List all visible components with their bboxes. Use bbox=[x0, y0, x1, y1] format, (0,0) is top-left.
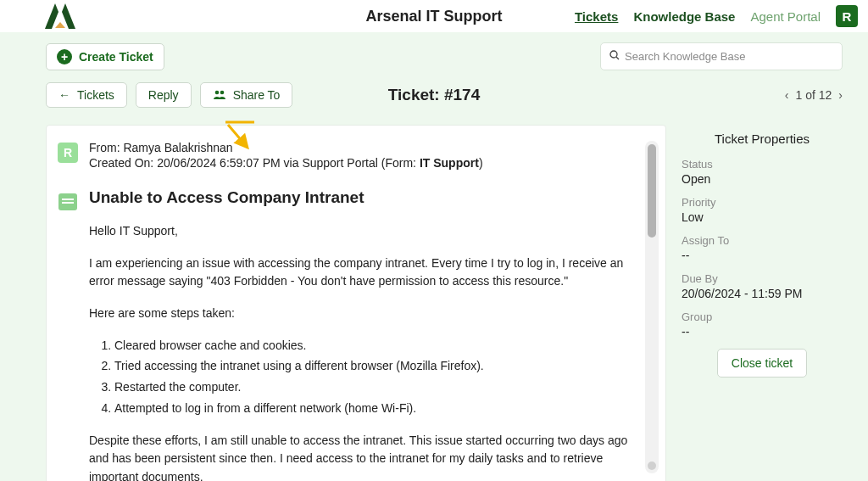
plus-icon: + bbox=[57, 49, 72, 64]
back-tickets-label: Tickets bbox=[77, 88, 114, 102]
pager-next-icon[interactable]: › bbox=[838, 88, 843, 102]
nav-knowledge-base[interactable]: Knowledge Base bbox=[633, 9, 735, 24]
ticket-title: Ticket: #174 bbox=[388, 86, 480, 104]
content-area: R From: Ramya Balakrishnan Created On: 2… bbox=[0, 116, 868, 481]
ticket-bar: ← Tickets Reply Share To Ticket: #174 ‹ … bbox=[0, 76, 868, 116]
due-value[interactable]: 20/06/2024 - 11:59 PM bbox=[682, 287, 843, 300]
form-close: ) bbox=[479, 156, 483, 170]
nav-tickets[interactable]: Tickets bbox=[575, 9, 618, 24]
created-value: 20/06/2024 6:59:07 PM via Support Portal… bbox=[157, 156, 420, 170]
search-icon bbox=[609, 50, 620, 63]
create-ticket-label: Create Ticket bbox=[79, 50, 153, 64]
from-label: From: bbox=[89, 141, 123, 154]
prop-status: Status Open bbox=[682, 158, 843, 186]
scrollbar[interactable] bbox=[645, 141, 659, 473]
people-icon bbox=[213, 88, 226, 102]
nav-agent-portal[interactable]: Agent Portal bbox=[750, 9, 821, 24]
prop-priority: Priority Low bbox=[682, 196, 843, 224]
search-input[interactable] bbox=[620, 47, 833, 66]
svg-point-5 bbox=[214, 91, 219, 95]
content-wrap: + Create Ticket ← Tickets Reply Share bbox=[0, 32, 868, 481]
toolbar-row: + Create Ticket bbox=[0, 37, 868, 76]
scrollbar-down-icon[interactable] bbox=[648, 461, 656, 470]
msg-p1: Hello IT Support, bbox=[89, 222, 637, 241]
priority-label: Priority bbox=[682, 196, 843, 209]
search-knowledge-base[interactable] bbox=[600, 42, 843, 70]
ticket-message: Hello IT Support, I am experiencing an i… bbox=[89, 222, 637, 481]
ticket-body: From: Ramya Balakrishnan Created On: 20/… bbox=[89, 141, 640, 473]
avatar[interactable]: R bbox=[836, 5, 858, 27]
share-to-button[interactable]: Share To bbox=[200, 82, 293, 108]
nav-right: Tickets Knowledge Base Agent Portal R bbox=[575, 5, 858, 27]
pager-prev-icon[interactable]: ‹ bbox=[785, 88, 789, 102]
ticket-subject: Unable to Access Company Intranet bbox=[89, 188, 637, 207]
msg-p4: Despite these efforts, I am still unable… bbox=[89, 432, 637, 482]
form-name: IT Support bbox=[420, 156, 479, 170]
share-to-label: Share To bbox=[233, 88, 281, 102]
close-ticket-wrap: Close ticket bbox=[682, 349, 843, 378]
ticket-icon bbox=[58, 193, 77, 210]
status-label: Status bbox=[682, 158, 843, 171]
requester-avatar: R bbox=[58, 143, 78, 163]
msg-p2: I am experiencing an issue with accessin… bbox=[89, 254, 637, 291]
svg-point-6 bbox=[220, 91, 224, 95]
ticket-actions: ← Tickets Reply Share To bbox=[46, 82, 292, 108]
msg-p3: Here are some steps taken: bbox=[89, 305, 637, 323]
ticket-panel: R From: Ramya Balakrishnan Created On: 2… bbox=[46, 125, 666, 481]
list-item: Tried accessing the intranet using a dif… bbox=[114, 357, 637, 376]
ticket-body-wrap: From: Ramya Balakrishnan Created On: 20/… bbox=[89, 141, 659, 473]
pager-text: 1 of 12 bbox=[796, 88, 832, 102]
created-line: Created On: 20/06/2024 6:59:07 PM via Su… bbox=[89, 156, 637, 170]
from-line: From: Ramya Balakrishnan bbox=[89, 141, 637, 154]
reply-button[interactable]: Reply bbox=[136, 82, 192, 108]
priority-value[interactable]: Low bbox=[682, 210, 843, 224]
properties-title: Ticket Properties bbox=[682, 125, 843, 158]
from-name: Ramya Balakrishnan bbox=[123, 141, 232, 154]
create-ticket-button[interactable]: + Create Ticket bbox=[46, 43, 164, 70]
nav-left bbox=[42, 1, 78, 31]
assign-value[interactable]: -- bbox=[682, 249, 843, 262]
back-tickets-button[interactable]: ← Tickets bbox=[46, 82, 127, 108]
prop-group: Group -- bbox=[682, 310, 843, 338]
group-value[interactable]: -- bbox=[682, 325, 843, 338]
group-label: Group bbox=[682, 310, 843, 323]
brand-title: Arsenal IT Support bbox=[365, 8, 502, 25]
assign-label: Assign To bbox=[682, 234, 843, 247]
pager: ‹ 1 of 12 › bbox=[785, 88, 843, 102]
msg-steps: Cleared browser cache and cookies. Tried… bbox=[114, 337, 637, 418]
list-item: Restarted the computer. bbox=[114, 378, 637, 397]
list-item: Attempted to log in from a different net… bbox=[114, 400, 637, 418]
brand-logo bbox=[42, 1, 78, 31]
svg-point-3 bbox=[610, 51, 617, 58]
svg-line-4 bbox=[616, 57, 619, 59]
reply-label: Reply bbox=[148, 88, 179, 102]
ticket-properties-panel: Ticket Properties Status Open Priority L… bbox=[682, 125, 843, 378]
ticket-left-icons: R bbox=[57, 141, 79, 473]
close-ticket-button[interactable]: Close ticket bbox=[717, 349, 807, 378]
created-label: Created On: bbox=[89, 156, 157, 170]
prop-assign: Assign To -- bbox=[682, 234, 843, 262]
prop-due: Due By 20/06/2024 - 11:59 PM bbox=[682, 272, 843, 300]
arrow-left-icon: ← bbox=[58, 88, 70, 102]
due-label: Due By bbox=[682, 272, 843, 285]
top-nav: Arsenal IT Support Tickets Knowledge Bas… bbox=[0, 0, 868, 32]
list-item: Cleared browser cache and cookies. bbox=[114, 337, 637, 355]
svg-marker-0 bbox=[55, 22, 65, 28]
scrollbar-thumb[interactable] bbox=[648, 144, 656, 238]
status-value[interactable]: Open bbox=[682, 172, 843, 186]
